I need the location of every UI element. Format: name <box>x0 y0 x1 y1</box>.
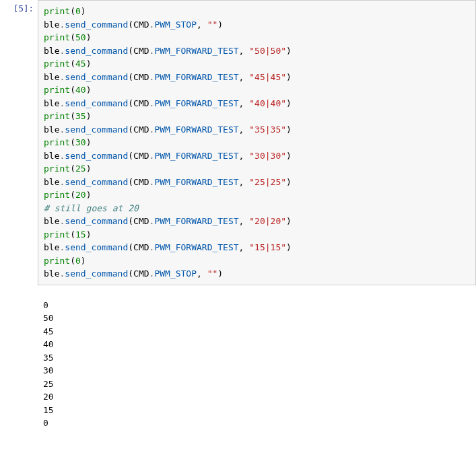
code-output-area: 0 50 45 40 35 30 25 20 15 0 <box>38 295 476 434</box>
output-line: 20 <box>43 392 54 402</box>
output-line: 15 <box>43 405 54 415</box>
output-line: 40 <box>43 339 54 349</box>
code-cell: [5]: print(0) ble.send_command(CMD.PWM_S… <box>0 0 476 285</box>
output-line: 0 <box>43 418 48 428</box>
code-block: print(0) ble.send_command(CMD.PWM_STOP, … <box>44 5 470 281</box>
output-line: 50 <box>43 313 54 323</box>
output-line: 0 <box>43 300 48 310</box>
code-comment: # still goes at 20 <box>44 203 139 213</box>
code-input-area[interactable]: print(0) ble.send_command(CMD.PWM_STOP, … <box>38 0 476 285</box>
output-line: 30 <box>43 365 54 375</box>
input-prompt: [5]: <box>0 0 38 285</box>
output-line: 35 <box>43 353 54 363</box>
output-line: 25 <box>43 379 54 389</box>
builtin-print: print <box>44 6 70 16</box>
output-cell: 0 50 45 40 35 30 25 20 15 0 <box>0 295 476 434</box>
output-line: 45 <box>43 326 54 336</box>
output-block: 0 50 45 40 35 30 25 20 15 0 <box>43 299 471 430</box>
